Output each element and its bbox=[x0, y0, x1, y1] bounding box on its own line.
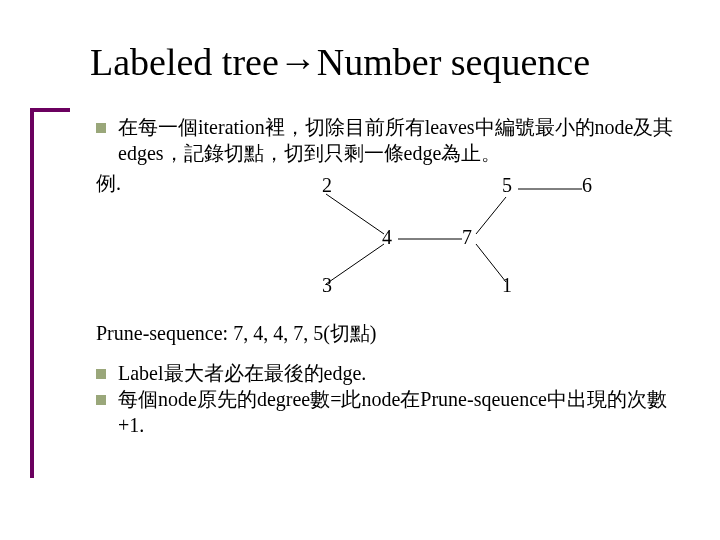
svg-line-1 bbox=[326, 244, 384, 284]
slide-title: Labeled tree→Number sequence bbox=[90, 40, 680, 84]
node-5: 5 bbox=[502, 172, 512, 198]
bullet-point2-row: 每個node原先的degree數=此node在Prune-sqeuence中出現… bbox=[96, 386, 680, 438]
node-1: 1 bbox=[502, 272, 512, 298]
node-2: 2 bbox=[322, 172, 332, 198]
node-7: 7 bbox=[462, 224, 472, 250]
bullet-point2: 每個node原先的degree數=此node在Prune-sqeuence中出現… bbox=[118, 386, 680, 438]
bullet-point1: Label最大者必在最後的edge. bbox=[118, 360, 366, 386]
node-4: 4 bbox=[382, 224, 392, 250]
square-bullet-icon bbox=[96, 123, 106, 133]
bullet-main: 在每一個iteration裡，切除目前所有leaves中編號最小的node及其e… bbox=[118, 114, 680, 166]
square-bullet-icon bbox=[96, 369, 106, 379]
node-3: 3 bbox=[322, 272, 332, 298]
svg-line-0 bbox=[326, 194, 384, 234]
accent-horizontal bbox=[30, 108, 70, 112]
square-bullet-icon bbox=[96, 395, 106, 405]
accent-vertical bbox=[30, 108, 34, 478]
tree-diagram: 2 5 6 4 7 3 1 bbox=[186, 172, 680, 312]
prune-sequence: Prune-sequence: 7, 4, 4, 7, 5(切點) bbox=[96, 320, 680, 346]
bullet-main-row: 在每一個iteration裡，切除目前所有leaves中編號最小的node及其e… bbox=[96, 114, 680, 166]
bullet-point1-row: Label最大者必在最後的edge. bbox=[96, 360, 680, 386]
slide-content: 在每一個iteration裡，切除目前所有leaves中編號最小的node及其e… bbox=[96, 114, 680, 438]
node-6: 6 bbox=[582, 172, 592, 198]
svg-line-3 bbox=[476, 197, 506, 234]
tree-edges bbox=[186, 172, 606, 312]
